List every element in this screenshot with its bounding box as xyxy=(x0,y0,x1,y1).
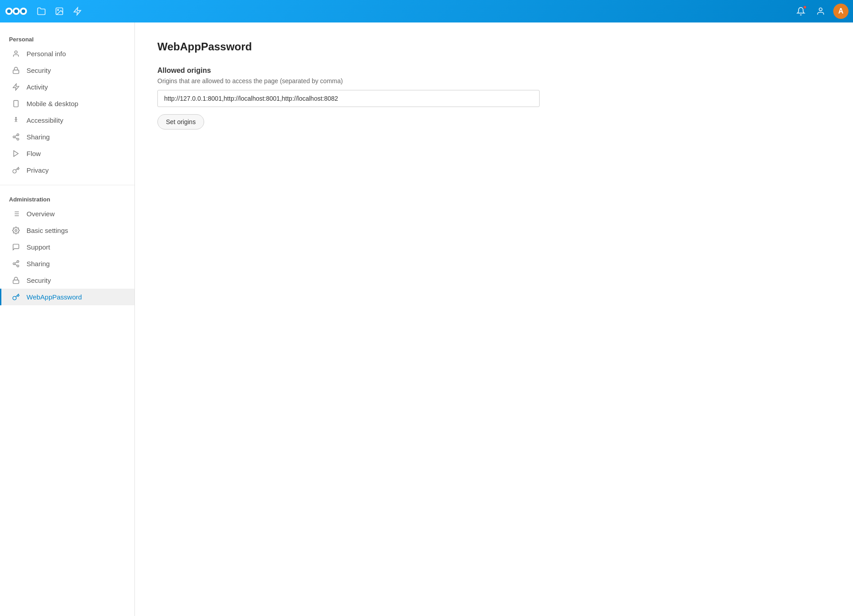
svg-point-29 xyxy=(17,260,18,262)
svg-point-31 xyxy=(17,265,18,267)
sidebar-item-privacy[interactable]: Privacy xyxy=(0,162,134,179)
sidebar-item-label: Privacy xyxy=(27,166,49,174)
privacy-icon xyxy=(10,166,21,174)
person-icon xyxy=(10,50,21,58)
svg-rect-34 xyxy=(13,280,19,284)
sidebar-item-label: Sharing xyxy=(27,133,50,141)
notification-badge xyxy=(803,5,807,9)
sidebar-item-personal-info[interactable]: Personal info xyxy=(0,45,134,62)
svg-line-20 xyxy=(15,135,17,137)
nav-files-icon[interactable] xyxy=(32,2,50,20)
svg-rect-11 xyxy=(13,70,19,74)
sidebar-item-label: Support xyxy=(27,243,50,251)
allowed-origins-label: Allowed origins xyxy=(157,67,831,75)
sidebar-divider xyxy=(0,185,134,185)
sidebar-item-overview[interactable]: Overview xyxy=(0,205,134,222)
svg-point-16 xyxy=(17,134,18,135)
svg-point-7 xyxy=(58,9,58,10)
svg-line-32 xyxy=(15,264,17,266)
svg-point-28 xyxy=(15,229,17,231)
set-origins-button[interactable]: Set origins xyxy=(157,114,204,129)
sidebar-item-basic-settings[interactable]: Basic settings xyxy=(0,222,134,239)
sidebar-item-admin-security[interactable]: Security xyxy=(0,272,134,289)
main-content: WebAppPassword Allowed origins Origins t… xyxy=(135,22,853,616)
allowed-origins-desc: Origins that are allowed to access the p… xyxy=(157,77,831,85)
layout: Personal Personal info Security xyxy=(0,22,853,616)
svg-marker-8 xyxy=(74,8,81,15)
svg-point-17 xyxy=(13,136,15,138)
share-icon xyxy=(10,133,21,141)
notification-button[interactable] xyxy=(792,2,810,20)
sidebar-item-security[interactable]: Security xyxy=(0,62,134,79)
bolt-icon xyxy=(10,83,21,91)
share-icon xyxy=(10,260,21,268)
sidebar-item-activity[interactable]: Activity xyxy=(0,79,134,95)
origins-input[interactable] xyxy=(157,90,540,107)
nav-activity-icon[interactable] xyxy=(68,2,86,20)
page-title: WebAppPassword xyxy=(157,40,831,53)
sidebar-item-support[interactable]: Support xyxy=(0,239,134,255)
list-icon xyxy=(10,210,21,218)
chat-icon xyxy=(10,243,21,251)
phone-icon xyxy=(10,100,21,107)
sidebar-item-sharing[interactable]: Sharing xyxy=(0,129,134,145)
topbar: A xyxy=(0,0,853,22)
svg-marker-12 xyxy=(13,84,19,90)
svg-point-5 xyxy=(22,9,25,13)
accessibility-icon xyxy=(10,116,21,124)
sidebar-item-label: Security xyxy=(27,277,51,284)
sidebar-item-flow[interactable]: Flow xyxy=(0,145,134,162)
sidebar-item-label: Mobile & desktop xyxy=(27,100,78,107)
svg-point-4 xyxy=(14,9,18,13)
sidebar-item-label: Flow xyxy=(27,150,41,157)
sidebar-item-label: Basic settings xyxy=(27,227,68,234)
sidebar-item-label: WebAppPassword xyxy=(27,293,82,301)
sidebar-item-webapppassword[interactable]: WebAppPassword xyxy=(0,289,134,305)
nav-photos-icon[interactable] xyxy=(50,2,68,20)
sidebar-item-label: Personal info xyxy=(27,50,66,58)
logo[interactable] xyxy=(4,4,28,18)
svg-line-33 xyxy=(15,262,17,263)
webapppassword-icon xyxy=(10,293,21,301)
svg-point-15 xyxy=(15,117,16,118)
sidebar-item-label: Security xyxy=(27,67,51,74)
svg-point-18 xyxy=(17,138,18,140)
svg-marker-21 xyxy=(13,151,18,156)
lock-icon xyxy=(10,67,21,74)
svg-point-3 xyxy=(7,9,11,13)
sidebar-item-label: Activity xyxy=(27,83,48,91)
svg-point-10 xyxy=(14,51,17,54)
lock-icon xyxy=(10,277,21,284)
sidebar-item-label: Sharing xyxy=(27,260,50,268)
sidebar-item-label: Overview xyxy=(27,210,55,218)
admin-section-label: Administration xyxy=(0,192,134,205)
user-avatar[interactable]: A xyxy=(833,4,849,19)
contacts-button[interactable] xyxy=(812,2,830,20)
topbar-right: A xyxy=(792,2,849,20)
svg-point-30 xyxy=(13,263,15,264)
sidebar-item-mobile-desktop[interactable]: Mobile & desktop xyxy=(0,95,134,112)
flow-icon xyxy=(10,150,21,157)
gear-icon xyxy=(10,227,21,234)
sidebar-item-label: Accessibility xyxy=(27,116,63,124)
sidebar: Personal Personal info Security xyxy=(0,22,135,616)
svg-line-19 xyxy=(15,138,17,139)
svg-point-9 xyxy=(819,8,822,11)
sidebar-item-accessibility[interactable]: Accessibility xyxy=(0,112,134,129)
personal-section-label: Personal xyxy=(0,31,134,45)
sidebar-item-admin-sharing[interactable]: Sharing xyxy=(0,255,134,272)
